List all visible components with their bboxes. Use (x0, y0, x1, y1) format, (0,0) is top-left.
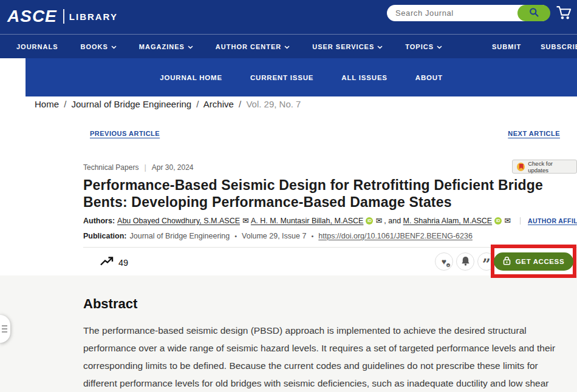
primary-nav: JOURNALS BOOKS MAGAZINES AUTHOR CENTER U… (0, 35, 577, 58)
meta-divider: | (138, 163, 151, 172)
site-header: ASCE LIBRARY JOURNALS (0, 0, 577, 58)
nav-author-center-label: AUTHOR CENTER (216, 43, 281, 50)
nav-right-group: SUBMIT SUBSCRIBE (492, 43, 577, 50)
logo-asce-text: ASCE (7, 7, 57, 26)
logo-library-text: LIBRARY (69, 12, 118, 22)
previous-article-link[interactable]: PREVIOUS ARTICLE (90, 130, 160, 137)
publication-label: Publication: (83, 232, 127, 240)
bullet-separator: • (230, 232, 242, 240)
nav-magazines-label: MAGAZINES (139, 43, 185, 50)
author-link[interactable]: Abu Obayed Chowdhury, S.M.ASCE (117, 217, 240, 225)
get-access-label: GET ACCESS (516, 258, 564, 265)
author-link[interactable]: A. H. M. Muntasir Billah, M.ASCE (251, 217, 363, 225)
nav-topics-label: TOPICS (405, 43, 434, 50)
cart-icon (556, 13, 573, 22)
orcid-icon[interactable]: iD (494, 217, 502, 225)
logo-row: ASCE LIBRARY (0, 0, 577, 35)
nav-books-label: BOOKS (81, 43, 108, 50)
chevron-down-icon (111, 43, 117, 50)
tab-current-issue[interactable]: CURRENT ISSUE (250, 74, 313, 81)
alerts-button[interactable] (456, 252, 474, 271)
trending-up-icon (100, 256, 114, 269)
favorites-button[interactable]: ♥ + (435, 252, 453, 271)
hamburger-icon (2, 331, 7, 333)
nav-submit-label: SUBMIT (492, 43, 521, 50)
author-link[interactable]: M. Shahria Alam, M.ASCE (403, 217, 493, 225)
breadcrumb-separator: / (61, 99, 69, 109)
doi-link[interactable]: https://doi.org/10.1061/JBENF2.BEENG-623… (318, 232, 473, 240)
email-icon[interactable]: ✉ (242, 216, 249, 225)
breadcrumb-journal[interactable]: Journal of Bridge Engineering (72, 99, 192, 109)
publication-journal: Journal of Bridge Engineering (130, 232, 230, 240)
logo-divider (63, 9, 64, 24)
heart-plus-icon: ♥ + (439, 257, 449, 266)
search-bar (387, 5, 550, 21)
lock-icon (503, 256, 511, 266)
abstract-text: The performance-based seismic design (PB… (83, 322, 558, 392)
nav-journals[interactable]: JOURNALS (16, 43, 58, 50)
publish-date: Apr 30, 2024 (152, 163, 194, 172)
breadcrumb-separator: / (236, 99, 244, 109)
chevron-down-icon (188, 43, 193, 50)
asce-library-logo[interactable]: ASCE LIBRARY (7, 7, 118, 26)
metric-count: 49 (118, 258, 128, 268)
nav-journals-label: JOURNALS (16, 43, 58, 50)
tab-about[interactable]: ABOUT (415, 74, 443, 81)
nav-topics[interactable]: TOPICS (405, 43, 442, 50)
journal-nav-band: JOURNAL HOME CURRENT ISSUE ALL ISSUES AB… (26, 58, 577, 96)
abstract-heading: Abstract (83, 296, 137, 312)
email-icon[interactable]: ✉ (504, 216, 511, 225)
check-for-updates-button[interactable]: Check for updates (512, 160, 577, 174)
tab-journal-home[interactable]: JOURNAL HOME (160, 74, 222, 81)
next-article-link[interactable]: NEXT ARTICLE (508, 130, 560, 137)
asce-library-article-page: ASCE LIBRARY JOURNALS (0, 0, 577, 392)
highlight-annotation-box: GET ACCESS (491, 245, 576, 278)
article-meta: Technical Papers | Apr 30, 2024 (83, 163, 194, 172)
chevron-down-icon (377, 43, 383, 50)
authors-and-separator: , and (384, 217, 403, 225)
nav-subscribe-label: SUBSCRIBE (541, 43, 577, 50)
chevron-down-icon (437, 43, 442, 50)
nav-user-services[interactable]: USER SERVICES (312, 43, 383, 50)
breadcrumb: Home / Journal of Bridge Engineering / A… (35, 99, 301, 109)
publication-row: Publication: Journal of Bridge Engineeri… (83, 232, 473, 240)
usage-metric: 49 (100, 256, 128, 269)
check-for-updates-label: Check for updates (528, 160, 572, 174)
nav-subscribe[interactable]: SUBSCRIBE (541, 43, 577, 50)
crossmark-icon (517, 163, 525, 171)
hamburger-icon (2, 325, 7, 326)
breadcrumb-home[interactable]: Home (35, 99, 59, 109)
nav-magazines[interactable]: MAGAZINES (139, 43, 193, 50)
tab-all-issues[interactable]: ALL ISSUES (341, 74, 388, 81)
nav-submit[interactable]: SUBMIT (492, 43, 521, 50)
chevron-down-icon (284, 43, 290, 50)
article-pager: PREVIOUS ARTICLE NEXT ARTICLE (90, 130, 560, 137)
nav-author-center[interactable]: AUTHOR CENTER (216, 43, 290, 50)
authors-row: Authors: Abu Obayed Chowdhury, S.M.ASCE … (83, 216, 577, 225)
search-button[interactable] (517, 5, 550, 21)
orcid-icon[interactable]: iD (366, 217, 373, 225)
search-icon (529, 7, 539, 19)
search-input[interactable] (395, 5, 514, 21)
nav-books[interactable]: BOOKS (81, 43, 117, 50)
quote-icon: ” (482, 262, 491, 268)
author-affiliations-link[interactable]: AUTHOR AFFILIATIONS (520, 217, 577, 225)
hamburger-icon (2, 328, 7, 329)
cart-button[interactable] (555, 5, 574, 22)
publication-issue: Volume 29, Issue 7 (242, 232, 306, 240)
content-type: Technical Papers (83, 163, 138, 172)
bell-icon (461, 256, 470, 268)
email-icon[interactable]: ✉ (375, 216, 382, 225)
breadcrumb-separator: / (194, 99, 201, 109)
article-title: Performance-Based Seismic Design for Ret… (83, 177, 552, 211)
breadcrumb-current: Vol. 29, No. 7 (246, 99, 301, 109)
abstract-section: Abstract The performance-based seismic d… (0, 275, 577, 392)
authors-label: Authors: (83, 217, 115, 225)
bullet-separator: • (306, 232, 318, 240)
nav-user-services-label: USER SERVICES (312, 43, 374, 50)
breadcrumb-archive[interactable]: Archive (203, 99, 234, 109)
get-access-button[interactable]: GET ACCESS (494, 252, 573, 271)
